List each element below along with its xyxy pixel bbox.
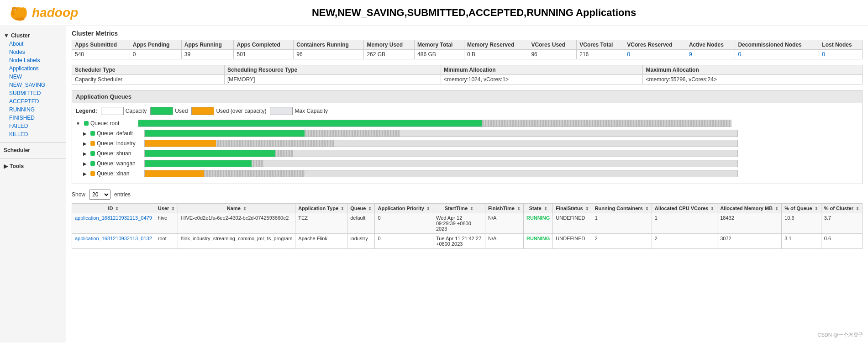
queue-toggle-5[interactable]: ▶ [83,171,87,176]
show-select[interactable]: 102050100 [89,190,110,200]
queue-toggle-2[interactable]: ▶ [83,141,87,146]
sidebar-cluster-toggle[interactable]: ▼ Cluster [4,32,62,40]
scheduler-val-1: [MEMORY] [224,75,441,84]
queue-name-5: Queue: xinan [97,170,142,177]
scheduler-col-1: Scheduling Resource Type [224,65,441,75]
sidebar-tools-toggle[interactable]: ▶ Tools [4,162,62,170]
queue-used-bar-0 [138,120,482,127]
queue-dot-2 [90,141,95,146]
metrics-val-10: 0 [624,50,686,59]
sort-arrows-8: ⇕ [544,206,547,211]
sidebar-item-accepted[interactable]: ACCEPTED [4,97,62,106]
apps-cell-0-5: 0 [375,213,433,234]
queue-toggle-4[interactable]: ▶ [83,161,87,166]
metrics-col-1: Apps Pending [130,40,181,50]
queue-toggle-3[interactable]: ▶ [83,151,87,156]
sidebar-item-new[interactable]: NEW [4,73,62,81]
apps-col-8[interactable]: State ⇕ [523,204,552,213]
apps-col-4[interactable]: Queue ⇕ [347,204,375,213]
queue-used-bar-3 [145,150,275,157]
logo-text: hadoop [32,5,78,20]
apps-col-7[interactable]: FinishTime ⇕ [485,204,524,213]
watermark: CSDN @一个木登子 [818,332,863,338]
svg-point-3 [20,7,27,16]
sidebar-divider-2 [0,158,66,158]
apps-cell-1-4: industry [347,234,375,249]
sidebar-item-applications[interactable]: Applications [4,64,62,73]
queue-bar-container-2 [144,140,738,147]
apps-col-11[interactable]: Allocated CPU VCores ⇕ [652,204,717,213]
metrics-val-7: 0 B [464,50,528,59]
apps-cell-0-3: TEZ [295,213,347,234]
app-id-link-0[interactable]: application_1681210932113_0479 [75,215,152,221]
legend-capacity-box [101,107,124,115]
queue-name-1: Queue: default [97,130,142,137]
apps-col-6[interactable]: StartTime ⇕ [433,204,485,213]
app-id-link-1[interactable]: application_1681210932113_0132 [75,236,152,241]
legend-used-box [150,107,173,115]
queue-toggle-1[interactable]: ▶ [83,131,87,136]
cluster-metrics-title: Cluster Metrics [72,30,863,37]
sidebar-item-about[interactable]: About [4,40,62,48]
sidebar-item-submitted[interactable]: SUBMITTED [4,89,62,97]
apps-cell-0-9: UNDEFINED [553,213,592,234]
apps-col-10[interactable]: Running Containers ⇕ [592,204,652,213]
apps-cell-1-3: Apache Flink [295,234,347,249]
metrics-col-7: Memory Reserved [464,40,528,50]
queue-row-4: ▶Queue: wangan [76,160,858,167]
apps-col-9[interactable]: FinalStatus ⇕ [553,204,592,213]
metrics-col-9: VCores Total [577,40,624,50]
sidebar-item-new-saving[interactable]: NEW_SAVING [4,81,62,89]
queue-row-3: ▶Queue: shuan [76,150,858,157]
sidebar-item-finished[interactable]: FINISHED [4,114,62,122]
apps-cell-1-8: RUNNING [523,234,552,249]
metrics-val-2: 39 [181,50,234,59]
sidebar-item-nodes[interactable]: Nodes [4,48,62,56]
apps-col-2[interactable]: Name ⇕ [178,204,295,213]
svg-point-5 [15,9,16,10]
metrics-col-0: Apps Submitted [72,40,130,50]
metrics-val-9: 216 [577,50,624,59]
apps-cell-1-2: flink_industry_streaming_commo_jmr_ts_pr… [178,234,295,249]
sort-arrows-10: ⇕ [645,206,649,211]
apps-col-5[interactable]: Application Priority ⇕ [375,204,433,213]
apps-col-0[interactable]: ID ⇕ [72,204,155,213]
legend-over-box [191,107,214,115]
apps-cell-1-11: 2 [652,234,717,249]
apps-cell-0-7: N/A [485,213,524,234]
tools-expand-arrow: ▶ [4,163,8,169]
apps-cell-1-9: UNDEFINED [553,234,592,249]
queue-bar-container-3 [144,150,738,157]
metrics-col-10: VCores Reserved [624,40,686,50]
apps-cell-0-1: hive [155,213,178,234]
sidebar-item-running[interactable]: RUNNING [4,106,62,114]
sidebar-scheduler-toggle[interactable]: Scheduler [4,146,62,154]
metrics-col-5: Memory Used [364,40,415,50]
legend: Legend: Capacity Used Used (over capacit… [76,107,858,115]
table-row: application_1681210932113_0479hiveHIVE-e… [72,213,863,234]
main-content: Cluster Metrics Apps SubmittedApps Pendi… [66,26,868,343]
sidebar-item-killed[interactable]: KILLED [4,130,62,138]
apps-cell-0-12: 18432 [717,213,782,234]
sidebar-item-node-labels[interactable]: Node Labels [4,56,62,64]
cluster-metrics-table: Apps SubmittedApps PendingApps RunningAp… [72,40,863,59]
apps-col-12[interactable]: Allocated Memory MB ⇕ [717,204,782,213]
scheduler-metrics-table: Scheduler TypeScheduling Resource TypeMi… [72,65,863,84]
apps-cell-1-13: 3.1 [782,234,821,249]
queue-rows: ▼Queue: root▶Queue: default▶Queue: indus… [76,120,858,177]
queue-used-bar-5 [145,170,204,177]
apps-col-13[interactable]: % of Queue ⇕ [782,204,821,213]
apps-col-3[interactable]: Application Type ⇕ [295,204,347,213]
sidebar-tools-section: ▶ Tools [0,160,66,172]
queue-name-2: Queue: industry [97,140,142,147]
legend-max: Max Capacity [270,107,328,115]
sidebar-item-failed[interactable]: FAILED [4,122,62,130]
apps-col-14[interactable]: % of Cluster ⇕ [821,204,862,213]
metrics-val-6: 486 GB [415,50,464,59]
metrics-col-4: Containers Running [294,40,364,50]
apps-col-1[interactable]: User ⇕ [155,204,178,213]
apps-cell-0-13: 10.6 [782,213,821,234]
metrics-col-6: Memory Total [415,40,464,50]
queue-toggle-0[interactable]: ▼ [76,121,80,126]
metrics-col-12: Decommissioned Nodes [735,40,819,50]
